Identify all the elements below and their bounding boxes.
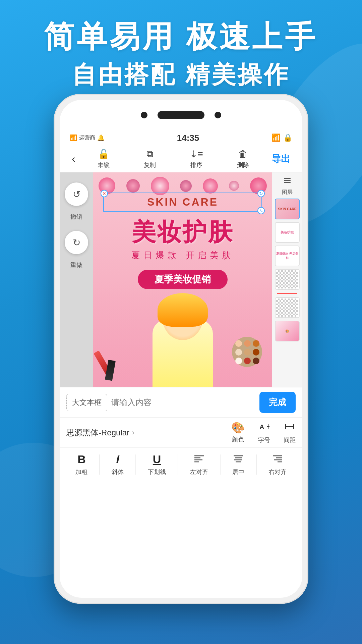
phone-mockup: 📶 运营商 🔔 14:35 📶 🔒 ‹ 🔓 未锁 [54,94,308,604]
spacing-action[interactable]: 间距 [284,421,296,444]
sort-action[interactable]: ⇣≡ 排序 [190,149,203,169]
delete-icon: 🗑 [238,149,248,160]
canvas-area: ↺ 撤销 ↻ 重做 [60,172,302,387]
delete-label: 删除 [237,161,249,169]
svg-rect-2 [284,182,291,183]
undo-icon: ↺ [73,189,80,200]
undo-label: 撤销 [70,213,82,221]
format-toolbar: B 加粗 I 斜体 U 下划线 [60,447,302,481]
font-arrow-icon: › [132,428,134,437]
font-size-action[interactable]: A 字号 [258,421,270,444]
color-icon: 🎨 [231,421,245,434]
format-divider-3 [178,454,178,475]
font-actions: 🎨 颜色 A 字号 [231,421,296,444]
layer-item-3[interactable]: 夏日爆款 开启美肤 [275,246,300,266]
svg-rect-1 [284,180,291,181]
app-toolbar: ‹ 🔓 未锁 ⧉ 复制 ⇣≡ 排序 🗑 [60,146,302,172]
canvas-main[interactable]: ✕ ↻ ⤡ SKIN CARE 美妆护肤 夏日爆款 开启美肤 夏季美妆促销 [93,172,272,387]
svg-rect-0 [284,178,291,179]
delete-action[interactable]: 🗑 删除 [237,149,249,169]
header-line1: 简单易用 极速上手 [20,20,342,53]
text-input-area: 大文本框 完成 [60,387,302,417]
align-left-button[interactable]: 左对齐 [190,453,208,476]
bold-label: 加粗 [75,468,87,476]
bold-button[interactable]: B 加粗 [75,453,87,476]
speaker [158,111,204,119]
canvas-image: ✕ ↻ ⤡ SKIN CARE 美妆护肤 夏日爆款 开启美肤 夏季美妆促销 [93,172,272,387]
italic-button[interactable]: I 斜体 [112,453,124,476]
copy-icon: ⧉ [146,149,153,160]
redo-button[interactable]: ↻ [65,231,88,254]
redo-icon: ↻ [73,237,80,248]
italic-icon: I [116,453,119,466]
align-center-label: 居中 [232,468,244,476]
copy-action[interactable]: ⧉ 复制 [144,149,156,169]
align-left-icon [194,453,204,466]
copy-label: 复制 [144,161,156,169]
font-size-icon: A [259,421,269,435]
italic-label: 斜体 [112,468,124,476]
undo-redo-sidebar: ↺ 撤销 ↻ 重做 [60,172,93,387]
font-selector-area: 思源黑体-Regular › 🎨 颜色 A [60,417,302,447]
align-center-button[interactable]: 居中 [232,453,244,476]
underline-icon: U [153,453,161,466]
selected-text-content: SKIN CARE [108,196,257,208]
font-name-selector[interactable]: 思源黑体-Regular › [66,427,231,438]
layer-item-5[interactable] [275,297,300,318]
layer-item-6[interactable]: 🎨 [275,321,300,341]
color-action[interactable]: 🎨 颜色 [231,421,245,444]
layer1-text: SKIN CARE [278,207,296,211]
selected-text-element[interactable]: ✕ ↻ ⤡ SKIN CARE [103,193,262,212]
battery-lock-icon: 🔒 [283,133,292,142]
align-right-button[interactable]: 右对齐 [268,453,287,476]
selection-handle-rotate[interactable]: ↻ [257,190,265,197]
wifi-icon: 📶 [272,133,281,142]
face-id-sensor [215,112,221,118]
selection-handle-close[interactable]: ✕ [101,190,108,197]
spacing-icon [284,421,295,435]
layers-panel: 图层 SKIN CARE 美妆护肤 夏日爆款 开启美肤 [272,172,302,387]
toolbar-actions: 🔓 未锁 ⧉ 复制 ⇣≡ 排序 🗑 删除 [81,149,266,169]
layer-divider [277,293,297,294]
canvas-main-title[interactable]: 美妆护肤 [93,216,272,248]
notification-icon: 🔔 [97,134,105,142]
text-input-field[interactable] [111,398,255,407]
layer-item-1[interactable]: SKIN CARE [275,199,300,219]
align-right-icon [272,453,283,466]
underline-button[interactable]: U 下划线 [148,453,166,476]
status-icons: 📶 🔒 [272,133,292,142]
front-camera [141,112,147,118]
align-right-label: 右对齐 [268,468,287,476]
canvas-subtitle[interactable]: 夏日爆款 开启美肤 [93,250,272,261]
unlock-icon: 🔓 [98,149,110,160]
layers-header-label: 图层 [282,189,293,196]
layer4-checkered [276,270,298,288]
layer3-text: 夏日爆款 开启美肤 [276,252,298,260]
bold-icon: B [77,453,86,466]
undo-button[interactable]: ↺ [65,182,88,206]
color-label: 颜色 [232,435,244,443]
carrier-text: 运营商 [79,135,95,142]
unlock-label: 未锁 [98,161,110,169]
spacing-label: 间距 [284,436,296,444]
sort-icon: ⇣≡ [190,149,203,160]
status-time: 14:35 [177,133,199,143]
layers-icon [283,176,292,187]
text-box-label: 大文本框 [66,394,107,411]
sort-label: 排序 [190,161,202,169]
redo-label: 重做 [70,261,82,269]
selection-handle-resize[interactable]: ⤡ [257,207,265,214]
font-size-label: 字号 [258,436,270,444]
back-button[interactable]: ‹ [66,149,81,168]
layer-item-2[interactable]: 美妆护肤 [275,222,300,243]
layer-item-4[interactable] [275,269,300,290]
done-button[interactable]: 完成 [259,392,296,413]
export-button[interactable]: 导出 [266,149,296,169]
font-name-text: 思源黑体-Regular [66,427,129,438]
illustration-area [93,280,272,387]
status-bar: 📶 运营商 🔔 14:35 📶 🔒 [60,130,302,146]
layers-header[interactable]: 图层 [282,176,293,196]
unlock-action[interactable]: 🔓 未锁 [98,149,110,169]
header-line2: 自由搭配 精美操作 [20,59,342,91]
underline-label: 下划线 [148,468,166,476]
